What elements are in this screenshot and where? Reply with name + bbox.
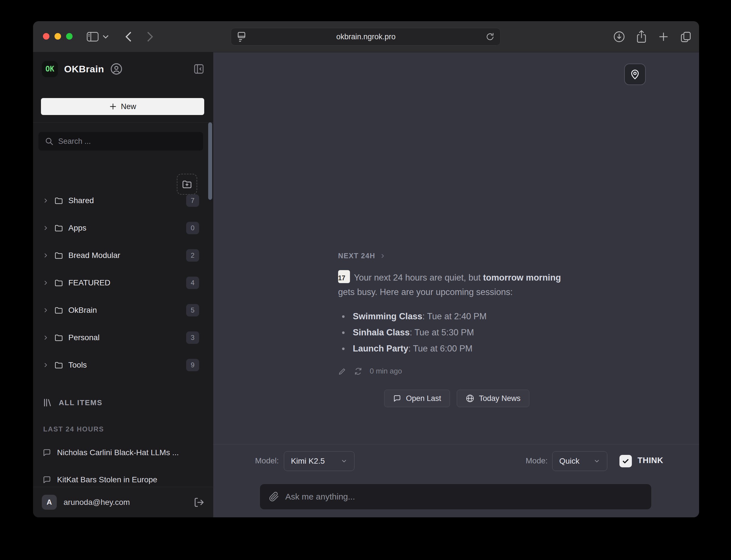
chat-bubble-icon [393, 394, 401, 403]
tab-overview-icon[interactable] [680, 31, 692, 43]
chat-bubble-icon [42, 448, 51, 457]
browser-window: okbrain.ngrok.pro OK OKBrain [33, 21, 699, 517]
folder-label: Apps [68, 223, 86, 233]
folder-label: Tools [68, 361, 87, 370]
search-icon [45, 137, 54, 146]
share-icon[interactable] [636, 30, 647, 43]
all-items-label: ALL ITEMS [59, 398, 103, 407]
page-settings-icon[interactable] [237, 31, 246, 42]
timestamp: 0 min ago [370, 367, 402, 375]
sidebar-folder-shared[interactable]: Shared 7 [38, 191, 203, 210]
browser-toolbar: okbrain.ngrok.pro [33, 21, 699, 52]
globe-icon [465, 394, 474, 403]
edit-pencil-icon[interactable] [338, 367, 347, 375]
collapse-sidebar-icon[interactable] [193, 63, 205, 75]
new-tab-icon[interactable] [658, 31, 669, 42]
library-icon [42, 398, 53, 408]
chevron-right-icon [42, 362, 49, 368]
mode-label: Mode: [526, 456, 548, 465]
sidebar-folder-bread-modular[interactable]: Bread Modular 2 [38, 246, 203, 265]
back-button-icon[interactable] [124, 31, 133, 43]
attachment-paperclip-icon[interactable] [269, 492, 279, 502]
sidebar-toggle-icon[interactable] [87, 32, 99, 42]
composer-controls: Model: Kimi K2.5 Mode: Quick THINK [213, 451, 699, 472]
search-input[interactable] [58, 137, 197, 146]
message-input[interactable] [285, 492, 642, 502]
calendar-emoji: 17 [338, 270, 350, 283]
composer-divider [213, 444, 699, 444]
app-title: OKBrain [64, 64, 104, 75]
bullet-dot [342, 315, 345, 318]
minimize-window-button[interactable] [55, 33, 61, 40]
search-box [38, 132, 203, 151]
zoom-window-button[interactable] [66, 33, 73, 40]
address-bar[interactable]: okbrain.ngrok.pro [231, 28, 500, 45]
chevron-right-icon [42, 225, 49, 231]
chat-item-kitkat-bars[interactable]: KitKat Bars Stolen in Europe [38, 471, 203, 489]
sidebar-folder-tools[interactable]: Tools 9 [38, 355, 203, 375]
bullet-dot [342, 348, 345, 350]
reload-icon[interactable] [485, 32, 494, 42]
mode-select[interactable]: Quick [552, 451, 607, 471]
folder-list: Shared 7 Apps 0 Bread Modular 2 FEATURED… [38, 191, 203, 375]
chevron-right-icon [379, 253, 386, 259]
folder-count-badge: 9 [186, 359, 199, 371]
user-account-icon[interactable] [110, 63, 123, 75]
folder-icon [54, 333, 63, 342]
mode-value: Quick [559, 457, 580, 466]
chevron-down-icon [341, 458, 348, 465]
forward-button-icon[interactable] [146, 31, 155, 43]
new-button-label: New [121, 102, 136, 111]
new-chat-button[interactable]: New [41, 98, 204, 115]
open-last-button[interactable]: Open Last [384, 390, 450, 407]
next-24h-header[interactable]: NEXT 24H [338, 252, 575, 260]
logout-icon[interactable] [194, 497, 205, 508]
chat-item-title: Nicholas Carlini Black-Hat LLMs ... [57, 448, 179, 457]
folder-label: Bread Modular [68, 251, 120, 260]
folder-count-badge: 2 [186, 249, 199, 262]
think-checkbox[interactable] [619, 455, 632, 467]
chat-message-column: NEXT 24H 17Your next 24 hours are quiet,… [338, 252, 575, 407]
sidebar-folder-apps[interactable]: Apps 0 [38, 218, 203, 238]
model-label: Model: [255, 456, 279, 465]
model-select[interactable]: Kimi K2.5 [284, 451, 355, 471]
model-value: Kimi K2.5 [291, 457, 325, 466]
sidebar-header: OK OKBrain [42, 61, 205, 77]
sidebar-scrollbar[interactable] [208, 122, 212, 200]
folder-label: FEATURED [68, 278, 110, 287]
main-content: NEXT 24H 17Your next 24 hours are quiet,… [213, 52, 699, 517]
refresh-icon[interactable] [354, 367, 363, 375]
open-last-label: Open Last [406, 394, 441, 403]
think-label: THINK [637, 456, 663, 465]
sidebar-folder-featured[interactable]: FEATURED 4 [38, 273, 203, 293]
sidebar-folder-personal[interactable]: Personal 3 [38, 328, 203, 348]
folder-label: OkBrain [68, 306, 97, 315]
plus-icon [109, 103, 117, 110]
avatar: A [42, 495, 57, 510]
message-input-container [260, 484, 652, 510]
next-24h-label: NEXT 24H [338, 252, 375, 260]
chevron-right-icon [42, 252, 49, 259]
folder-plus-icon [182, 179, 192, 190]
downloads-icon[interactable] [613, 31, 625, 43]
folder-label: Personal [68, 333, 100, 342]
folder-count-badge: 4 [186, 277, 199, 289]
account-email: arunoda@hey.com [64, 498, 130, 507]
close-window-button[interactable] [43, 33, 49, 40]
app-sidebar: OK OKBrain New [33, 52, 213, 517]
url-text[interactable]: okbrain.ngrok.pro [246, 32, 485, 41]
today-news-button[interactable]: Today News [457, 390, 529, 407]
sidebar-folder-okbrain[interactable]: OkBrain 5 [38, 300, 203, 320]
today-news-label: Today News [479, 394, 520, 403]
map-pin-icon [629, 69, 641, 80]
chat-item-nicholas-carlini[interactable]: Nicholas Carlini Black-Hat LLMs ... [38, 444, 203, 461]
recent-section-header: LAST 24 HOURS [43, 425, 104, 433]
chat-item-title: KitKat Bars Stolen in Europe [57, 475, 157, 484]
traffic-lights [43, 33, 73, 40]
folder-icon [54, 223, 63, 233]
sidebar-menu-chevron-icon[interactable] [103, 35, 109, 39]
all-items-button[interactable]: ALL ITEMS [42, 398, 103, 408]
location-button[interactable] [624, 64, 646, 85]
folder-icon [54, 196, 63, 205]
folder-count-badge: 5 [186, 304, 199, 316]
